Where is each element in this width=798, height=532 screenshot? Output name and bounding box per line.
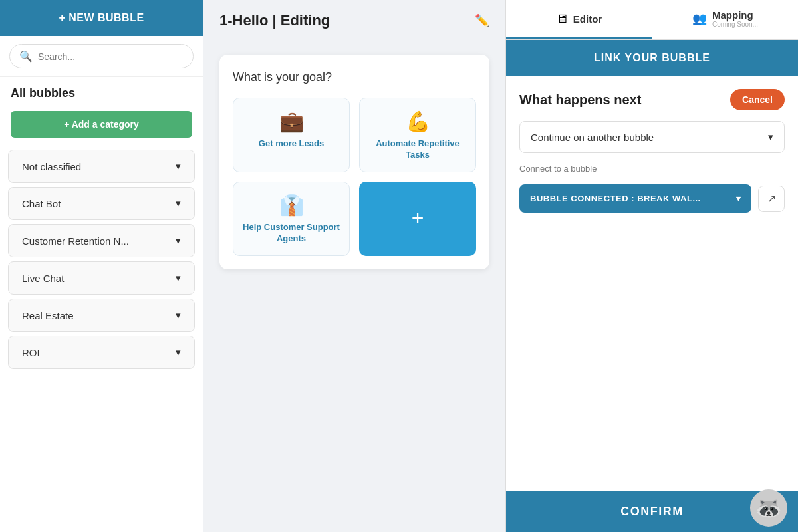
mapping-label: Mapping	[712, 9, 758, 21]
add-category-button[interactable]: + Add a category	[11, 111, 192, 138]
option-tile-leads[interactable]: 💼 Get more Leads	[233, 98, 350, 172]
bubble-title: 1-Hello | Editing	[219, 12, 330, 29]
chevron-right-icon: ▾	[176, 160, 181, 172]
category-item[interactable]: Chat Bot ▾	[8, 187, 195, 220]
editor-icon: 🖥	[556, 12, 568, 26]
bubble-card: What is your goal? 💼 Get more Leads 💪 Au…	[219, 55, 489, 269]
category-name: Live Chat	[22, 273, 64, 284]
chevron-down-icon: ▾	[768, 131, 773, 143]
left-panel: + NEW BUBBLE 🔍 All bubbles + Add a categ…	[0, 0, 203, 532]
search-icon: 🔍	[19, 50, 33, 63]
chevron-right-icon: ▾	[176, 198, 181, 209]
mapping-sublabel: Coming Soon...	[712, 21, 758, 28]
connect-label: Connect to a bubble	[519, 164, 785, 174]
search-input-wrap: 🔍	[9, 44, 194, 68]
options-grid: 💼 Get more Leads 💪 Automate Repetitive T…	[233, 98, 476, 256]
edit-icon[interactable]: ✏️	[475, 13, 489, 28]
canvas-area: What is your goal? 💼 Get more Leads 💪 Au…	[203, 41, 505, 532]
category-item[interactable]: ROI ▾	[8, 336, 195, 369]
add-icon: +	[412, 206, 424, 231]
external-link-button[interactable]: ↗	[758, 186, 785, 212]
chevron-down-icon-2: ▾	[736, 194, 741, 203]
search-bar: 🔍	[0, 36, 203, 77]
right-content: What happens next Cancel Continue on ano…	[506, 76, 798, 491]
dropdown-label: Continue on another bubble	[531, 132, 654, 143]
confirm-label: CONFIRM	[620, 505, 684, 518]
category-name: ROI	[22, 347, 40, 358]
continue-dropdown[interactable]: Continue on another bubble ▾	[519, 121, 785, 153]
option-label-automate: Automate Repetitive Tasks	[369, 138, 466, 161]
option-label-leads: Get more Leads	[259, 138, 324, 150]
category-name: Not classified	[22, 161, 81, 172]
category-item[interactable]: Live Chat ▾	[8, 261, 195, 295]
category-item[interactable]: Not classified ▾	[8, 150, 195, 183]
editor-label: Editor	[573, 13, 602, 25]
chevron-right-icon: ▾	[176, 235, 181, 247]
category-name: Chat Bot	[22, 198, 61, 209]
category-item[interactable]: Customer Retention N... ▾	[8, 224, 195, 257]
bubble-question: What is your goal?	[233, 70, 476, 84]
tab-mapping[interactable]: 👥 Mapping Coming Soon...	[652, 0, 798, 39]
mascot-icon: 🦝	[755, 495, 782, 521]
link-bubble-header: LINK YOUR BUBBLE	[506, 40, 798, 76]
connected-bubble-row: BUBBLE CONNECTED : BREAK WAL... ▾ ↗	[519, 184, 785, 213]
option-icon-automate: 💪	[406, 112, 430, 132]
connected-bubble-button[interactable]: BUBBLE CONNECTED : BREAK WAL... ▾	[519, 184, 751, 213]
category-name: Real Estate	[22, 310, 74, 321]
middle-panel: 1-Hello | Editing ✏️ What is your goal? …	[203, 0, 505, 532]
mascot-avatar: 🦝	[750, 489, 787, 527]
chevron-right-icon: ▾	[176, 346, 181, 358]
middle-header: 1-Hello | Editing ✏️	[203, 0, 505, 41]
cancel-button[interactable]: Cancel	[730, 89, 785, 110]
external-link-icon: ↗	[767, 192, 776, 205]
tab-editor[interactable]: 🖥 Editor	[506, 0, 652, 39]
new-bubble-button[interactable]: + NEW BUBBLE	[0, 0, 203, 36]
chevron-right-icon: ▾	[176, 309, 181, 321]
what-happens-label: What happens next	[519, 92, 641, 108]
all-bubbles-label: All bubbles	[0, 77, 203, 107]
category-list: Not classified ▾ Chat Bot ▾ Customer Ret…	[0, 146, 203, 532]
what-happens-row: What happens next Cancel	[519, 89, 785, 110]
confirm-button[interactable]: CONFIRM	[620, 505, 684, 519]
right-top-bar: 🖥 Editor 👥 Mapping Coming Soon...	[506, 0, 798, 40]
category-item[interactable]: Real Estate ▾	[8, 299, 195, 332]
search-input[interactable]	[38, 51, 184, 62]
option-icon-support: 👔	[279, 196, 304, 215]
add-option-tile[interactable]: +	[359, 182, 476, 256]
right-footer: CONFIRM 🦝	[506, 491, 798, 532]
connected-bubble-label: BUBBLE CONNECTED : BREAK WAL...	[530, 194, 701, 203]
option-tile-automate[interactable]: 💪 Automate Repetitive Tasks	[359, 98, 476, 172]
chevron-right-icon: ▾	[176, 272, 181, 284]
option-icon-leads: 💼	[279, 112, 304, 132]
mapping-icon: 👥	[692, 11, 707, 26]
right-panel: 🖥 Editor 👥 Mapping Coming Soon... LINK Y…	[505, 0, 798, 532]
category-name: Customer Retention N...	[22, 235, 129, 247]
option-tile-support[interactable]: 👔 Help Customer Support Agents	[233, 182, 350, 256]
option-label-support: Help Customer Support Agents	[243, 222, 340, 245]
